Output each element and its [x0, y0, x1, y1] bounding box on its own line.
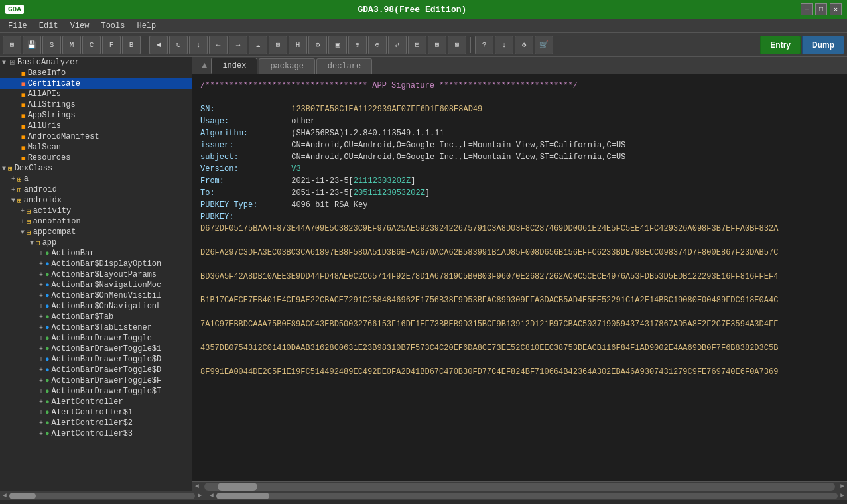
main-scroll-left[interactable]: ◄: [207, 492, 216, 499]
tab-index[interactable]: index: [211, 58, 257, 74]
toolbar-back-button[interactable]: ←: [209, 36, 228, 54]
toolbar-search-button[interactable]: ⊟: [408, 36, 426, 54]
tree-actionbar-tablistener[interactable]: + ● ActionBar$TabListener: [0, 322, 192, 333]
tree-certificate[interactable]: ◼ Certificate: [0, 78, 192, 89]
menu-edit[interactable]: Edit: [34, 20, 64, 32]
scroll-right-arrow[interactable]: ►: [838, 483, 847, 490]
tree-actionbar-tab[interactable]: + ● ActionBar$Tab: [0, 312, 192, 322]
tree-actionbardrawertoggle1[interactable]: + ● ActionBarDrawerToggle$1: [0, 344, 192, 354]
tree-annotation[interactable]: + ⊞ annotation: [0, 216, 192, 227]
dump-button[interactable]: Dump: [802, 36, 844, 54]
tree-appstrings[interactable]: ◼ AppStrings: [0, 110, 192, 121]
tree-actionbar-onmenuvisibil[interactable]: + ● ActionBar$OnMenuVisibil: [0, 290, 192, 301]
tree-actionbar-layoutparams[interactable]: + ● ActionBar$LayoutParams: [0, 269, 192, 280]
tree-actionbar-navigationmoc[interactable]: + ● ActionBar$NavigationMoc: [0, 280, 192, 290]
tree-alertcontroller1-label: AlertController$1: [52, 408, 133, 417]
tab-declare[interactable]: declare: [316, 58, 372, 74]
toolbar-crossref-button[interactable]: ⊞: [428, 36, 446, 54]
tree-root-basicanalyzer[interactable]: ▼ 🖥 BasicAnalyzer: [0, 57, 192, 68]
tree-appcompat[interactable]: ▼ ⊞ appcompat: [0, 227, 192, 237]
tree-dexclass[interactable]: ▼ ⊞ DexClass: [0, 163, 192, 174]
maximize-button[interactable]: □: [815, 3, 827, 15]
main-scroll-track[interactable]: [216, 493, 838, 499]
tree-android[interactable]: + ⊞ android: [0, 184, 192, 195]
tree-actionbar-displayoption[interactable]: + ● ActionBar$DisplayOption: [0, 259, 192, 269]
toolbar-save-button[interactable]: 💾: [23, 36, 41, 54]
horizontal-scrollbar[interactable]: ◄ ►: [192, 481, 847, 491]
tree-androidmanifest-label: AndroidManifest: [28, 132, 99, 141]
field-from: From: 2021-11-23-5[21112303202Z]: [200, 175, 839, 187]
tab-package[interactable]: package: [259, 58, 314, 74]
tree-actionbardrawertoggle-t[interactable]: + ● ActionBarDrawerToggle$T: [0, 386, 192, 397]
tree-activity[interactable]: + ⊞ activity: [0, 206, 192, 216]
content-area: /********************************** APP …: [192, 74, 847, 481]
left-panel-scroll-left[interactable]: ◄: [0, 492, 9, 499]
left-panel-scroll-right[interactable]: ►: [195, 492, 204, 499]
toolbar-cart-button[interactable]: 🛒: [535, 36, 553, 54]
tree-androidmanifest[interactable]: ◼ AndroidManifest: [0, 131, 192, 142]
toolbar-minus-button[interactable]: ⊖: [368, 36, 387, 54]
toolbar-f-button[interactable]: F: [102, 36, 121, 54]
tree-alertcontroller1[interactable]: + ● AlertController$1: [0, 407, 192, 418]
menu-tools[interactable]: Tools: [96, 20, 130, 32]
allstrings-icon: ◼: [21, 101, 26, 109]
scroll-left-arrow[interactable]: ◄: [192, 483, 202, 490]
menu-help[interactable]: Help: [131, 20, 161, 32]
toolbar-h-button[interactable]: H: [289, 36, 307, 54]
toolbar-open-button[interactable]: ⊞: [3, 36, 21, 54]
tree-actionbardrawertoggle[interactable]: + ● ActionBarDrawerToggle: [0, 333, 192, 344]
toolbar-cloud-button[interactable]: ☁: [249, 36, 267, 54]
toolbar: ⊞ 💾 S M C F B ◄ ↻ ↓ ← → ☁ ⊡ H ⚙ ▣ ⊕ ⊖ ⇄ …: [0, 33, 847, 57]
main-scroll-right[interactable]: ►: [838, 492, 847, 499]
tree-app[interactable]: ▼ ⊞ app: [0, 237, 192, 248]
toolbar-grid-button[interactable]: ⊡: [269, 36, 287, 54]
field-to: To: 2051-11-23-5[20511123053202Z]: [200, 187, 839, 199]
tab-arrow-icon[interactable]: ▲: [198, 58, 211, 74]
tree-androidx[interactable]: ▼ ⊞ androidx: [0, 195, 192, 206]
toolbar-blocks-button[interactable]: ▣: [328, 36, 347, 54]
toolbar-b-button[interactable]: B: [122, 36, 141, 54]
toolbar-x-button[interactable]: ⊠: [448, 36, 466, 54]
tree-actionbar[interactable]: + ● ActionBar: [0, 248, 192, 259]
entry-button[interactable]: Entry: [760, 36, 801, 54]
scroll-thumb[interactable]: [218, 483, 257, 491]
tree-allstrings[interactable]: ◼ AllStrings: [0, 99, 192, 110]
tree-baseinfo[interactable]: ◼ BaseInfo: [0, 68, 192, 78]
toolbar-fwd-button[interactable]: →: [229, 36, 247, 54]
certificate-icon: ◼: [21, 80, 26, 88]
tree-actionbar-onnavigationl[interactable]: + ● ActionBar$OnNavigationL: [0, 301, 192, 312]
tree-a[interactable]: + ⊞ a: [0, 174, 192, 184]
toolbar-nav-down-button[interactable]: ↓: [189, 36, 208, 54]
toolbar-swap-button[interactable]: ⇄: [388, 36, 407, 54]
tree-actionbardrawertoggled2[interactable]: + ● ActionBarDrawerToggle$D: [0, 365, 192, 375]
tree-alluris[interactable]: ◼ AllUris: [0, 121, 192, 131]
tree-alertcontroller2[interactable]: + ● AlertController$2: [0, 418, 192, 428]
tree-actionbardrawertoggled1[interactable]: + ● ActionBarDrawerToggle$D: [0, 354, 192, 365]
toolbar-settings-button[interactable]: ⚙: [515, 36, 533, 54]
menu-file[interactable]: File: [3, 20, 33, 32]
left-panel-scroll-thumb[interactable]: [9, 493, 36, 499]
toolbar-help-button[interactable]: ?: [475, 36, 493, 54]
toolbar-prev-button[interactable]: ◄: [149, 36, 168, 54]
tree-malscan[interactable]: ◼ MalScan: [0, 142, 192, 153]
toolbar-refresh-button[interactable]: ↻: [169, 36, 188, 54]
menu-view[interactable]: View: [65, 20, 95, 32]
toolbar-gear-button[interactable]: ⚙: [308, 36, 327, 54]
scroll-track[interactable]: [204, 483, 835, 491]
main-scroll-thumb[interactable]: [216, 493, 269, 499]
left-panel-scroll-track[interactable]: [9, 493, 195, 499]
tree-actionbardrawertoggle-t-label: ActionBarDrawerToggle$T: [52, 387, 162, 396]
minimize-button[interactable]: ─: [801, 3, 813, 15]
close-button[interactable]: ✕: [830, 3, 842, 15]
toolbar-plus-button[interactable]: ⊕: [348, 36, 367, 54]
toolbar-download-button[interactable]: ↓: [495, 36, 513, 54]
tree-resources[interactable]: ◼ Resources: [0, 153, 192, 163]
tree-alertcontroller3[interactable]: + ● AlertController$3: [0, 428, 192, 439]
toolbar-s-button[interactable]: S: [42, 36, 61, 54]
tree-alertcontroller[interactable]: + ● AlertController: [0, 397, 192, 407]
tree-allapis[interactable]: ◼ AllAPIs: [0, 89, 192, 99]
app-title: GDA3.98(Free Edition): [24, 5, 801, 15]
toolbar-m-button[interactable]: M: [62, 36, 81, 54]
tree-actionbardrawertoggelf[interactable]: + ● ActionBarDrawerToggle$F: [0, 375, 192, 386]
toolbar-c-button[interactable]: C: [82, 36, 101, 54]
